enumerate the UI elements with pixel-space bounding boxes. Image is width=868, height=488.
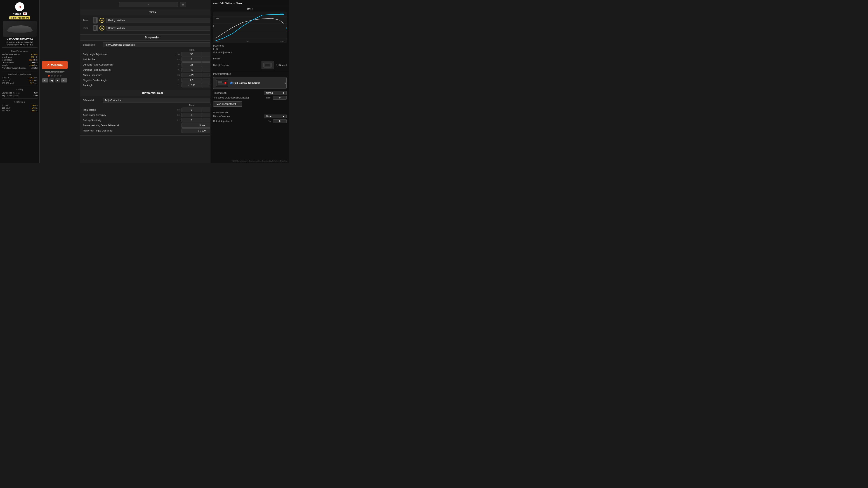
rear-tire-icon bbox=[93, 25, 98, 31]
accel-sens-front[interactable]: 0 bbox=[182, 113, 202, 117]
prev-button[interactable]: ◀ bbox=[49, 78, 54, 83]
history-dot-4[interactable] bbox=[57, 75, 59, 76]
torque-dist-row: Front/Rear Torque Distribution 0 : 100 bbox=[83, 128, 222, 133]
svg-text:1000: 1000 bbox=[216, 40, 219, 42]
nat-freq-front[interactable]: 4.20 bbox=[182, 73, 202, 77]
rotg-60-row: 60 km/h 1.60 G bbox=[2, 104, 37, 107]
ecu-title: ECU bbox=[211, 7, 289, 11]
init-torque-front[interactable]: 0 bbox=[182, 107, 202, 112]
diff-section-header: Differential Gear bbox=[80, 90, 225, 96]
front-tire-select[interactable]: Racing: Medium ▼ bbox=[106, 18, 222, 23]
damping-comp-front[interactable]: 25 bbox=[182, 62, 202, 67]
nat-freq-row: Natural Frequency Hz 4.20 3.60 bbox=[83, 73, 222, 77]
stability-title: Stability bbox=[2, 88, 37, 91]
svg-text:402: 402 bbox=[216, 18, 219, 20]
damping-comp-label: Damping Ratio (Compression) bbox=[83, 64, 176, 66]
high-speed-row: High Speed (Under) -1.00 bbox=[2, 94, 37, 97]
balance-row: Front-Rear Weight Balance 48 : 52 bbox=[2, 67, 37, 69]
history-dot-3[interactable] bbox=[54, 75, 56, 76]
front-tire-label: Front bbox=[83, 19, 91, 22]
anti-roll-front[interactable]: 5 bbox=[182, 57, 202, 62]
downforce-row: Downforce bbox=[213, 44, 287, 47]
body-height-row: Body Height Adjustment mm 50 60 bbox=[83, 52, 222, 57]
ecu-chart: 537 402 1000 rpm 9500 ft·lb hp bbox=[213, 11, 287, 43]
body-height-front[interactable]: 50 bbox=[182, 52, 202, 57]
measure-button[interactable]: ⚠ Measure bbox=[42, 61, 68, 69]
japan-flag bbox=[23, 12, 27, 15]
camber-front[interactable]: 2.5 bbox=[182, 78, 202, 83]
manual-adjustment-button[interactable]: Manual Adjustment ··· bbox=[213, 101, 242, 107]
svg-rect-16 bbox=[265, 64, 270, 66]
history-dot-1[interactable] bbox=[48, 75, 50, 76]
diff-type-value[interactable]: Fully Customized bbox=[103, 98, 222, 103]
svg-point-21 bbox=[225, 82, 226, 84]
diff-type-label: Differential bbox=[83, 99, 101, 102]
l1-button[interactable]: L1 bbox=[42, 78, 49, 83]
front-col-header: Front bbox=[182, 48, 202, 51]
right-panel: ●●● Edit Settings Sheet ECU 537 402 1000… bbox=[210, 0, 289, 163]
rear-tire-label: Rear bbox=[83, 27, 91, 29]
honda-logo: H bbox=[15, 2, 24, 11]
torque-vec-row: Torque-Vectoring Center Differential Non… bbox=[83, 123, 222, 128]
settings-icon[interactable]: ●●● bbox=[213, 2, 218, 5]
full-control-option[interactable]: Full Control Computer bbox=[230, 82, 260, 84]
car-image bbox=[3, 21, 37, 37]
brake-sens-front[interactable]: 0 bbox=[182, 118, 202, 123]
ballast-normal-option[interactable]: Normal bbox=[276, 64, 287, 66]
displacement-row: Displacement 1995 cc bbox=[2, 61, 37, 64]
brake-sens-row: Braking Sensitivity Lv. 0 30 bbox=[83, 118, 222, 123]
output-adj-value[interactable]: 0 bbox=[273, 119, 287, 123]
right-settings: Downforce ECU Output Adjustment bbox=[211, 43, 289, 56]
suspension-col-headers: Front Rear bbox=[83, 48, 222, 51]
ballast-position-row: Ballast Position Normal bbox=[213, 61, 287, 69]
toe-front[interactable]: ↕↓ 0.10 bbox=[182, 83, 202, 88]
nitrous-select[interactable]: None ▼ bbox=[264, 115, 287, 119]
svg-rect-1 bbox=[94, 18, 96, 23]
rear-tire-select[interactable]: Racing: Medium ▼ bbox=[106, 26, 222, 31]
nat-freq-label: Natural Frequency bbox=[83, 74, 176, 76]
suspension-type-value[interactable]: Fully Customized Suspension bbox=[103, 42, 222, 47]
output-adj2-row: Output Adjustment % 0 bbox=[213, 119, 287, 123]
camber-label: Negative Camber Angle bbox=[83, 79, 176, 82]
full-control-radio[interactable] bbox=[230, 82, 232, 84]
diff-col-headers: Front Rear bbox=[83, 104, 222, 107]
history-dot-2[interactable] bbox=[51, 75, 53, 76]
car-name: NSX CONCEPT-GT '16 bbox=[6, 38, 33, 41]
damping-exp-front[interactable]: 45 bbox=[182, 68, 202, 72]
ballast-normal-radio[interactable] bbox=[276, 64, 278, 66]
weight-row: Weight 2590 lbs. bbox=[2, 64, 37, 67]
rotg-240-row: 240 km/h 2.55 G bbox=[2, 109, 37, 112]
history-dot-5[interactable] bbox=[60, 75, 61, 76]
max-power-row: Max Power 537 HP bbox=[2, 56, 37, 59]
car-specs-drivetrain: Drivetrain MR / Aspiration TC bbox=[6, 41, 33, 43]
low-speed-row: Low Speed (Neutral) -0.18 bbox=[2, 92, 37, 94]
accel-sens-row: Acceleration Sensitivity Lv. 0 20 bbox=[83, 113, 222, 117]
suspension-section-header: Suspension bbox=[80, 35, 225, 41]
dots-icon: ··· bbox=[237, 103, 239, 105]
accel-perf-title: Acceleration Performance bbox=[2, 73, 37, 75]
nav-buttons: L1 ◀ ▶ R1 bbox=[42, 78, 67, 83]
transmission-row: Transmission Normal ▼ bbox=[213, 91, 287, 95]
menu-icon[interactable]: ☰ bbox=[180, 2, 186, 7]
damping-exp-label: Damping Ratio (Expansion) bbox=[83, 69, 176, 71]
top-speed-value[interactable]: 0 bbox=[273, 96, 287, 100]
next-button[interactable]: ▶ bbox=[55, 78, 60, 83]
brand-name: Honda bbox=[12, 12, 21, 15]
svg-text:537: 537 bbox=[280, 12, 284, 14]
settings-name-input[interactable] bbox=[119, 2, 178, 7]
ecu-row: ECU bbox=[213, 48, 287, 51]
power-restrict-label-row: Power Restriction bbox=[211, 72, 289, 76]
ballast-section: Ballast Ballast Position Normal bbox=[211, 56, 289, 72]
transmission-section: Transmission Normal ▼ Top Speed (Automat… bbox=[211, 90, 289, 109]
bop-badge: ⚖ BoP Applied (M) bbox=[9, 16, 30, 20]
power-restrict-selected[interactable]: Full Control Computer › bbox=[213, 77, 287, 89]
svg-rect-3 bbox=[94, 26, 96, 30]
copyright-text: © 2024 Sony Interactive Entertainment In… bbox=[231, 160, 287, 162]
output-adj-row: Output Adjustment bbox=[213, 51, 287, 54]
anti-roll-label: Anti-Roll Bar bbox=[83, 58, 176, 61]
edit-settings-title: Edit Settings Sheet bbox=[219, 2, 287, 5]
history-dots bbox=[48, 75, 61, 76]
r1-button[interactable]: R1 bbox=[61, 78, 67, 83]
transmission-select[interactable]: Normal ▼ bbox=[264, 91, 287, 95]
rear-tire-row: Rear RM Racing: Medium ▼ bbox=[83, 25, 222, 31]
